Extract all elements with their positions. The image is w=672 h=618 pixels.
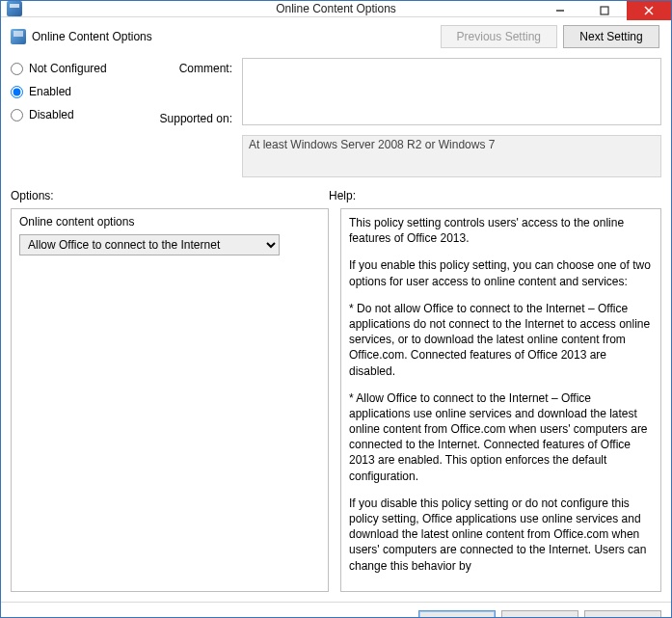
options-section-label: Options:	[11, 189, 329, 202]
online-content-options-select[interactable]: Do not allow Office to connect to the In…	[19, 234, 280, 255]
help-paragraph: If you disable this policy setting or do…	[349, 496, 653, 574]
page-title: Online Content Options	[32, 30, 152, 43]
next-setting-button[interactable]: Next Setting	[563, 25, 659, 48]
help-paragraph: * Do not allow Office to connect to the …	[349, 301, 653, 379]
radio-disabled-input[interactable]	[11, 109, 23, 121]
apply-button[interactable]: Apply	[584, 610, 661, 618]
help-paragraph: This policy setting controls users' acce…	[349, 215, 653, 246]
comment-label: Comment:	[146, 62, 232, 75]
radio-not-configured[interactable]: Not Configured	[11, 62, 136, 75]
supported-on-field: At least Windows Server 2008 R2 or Windo…	[242, 135, 661, 177]
radio-enabled[interactable]: Enabled	[11, 85, 136, 98]
state-radio-group: Not Configured Enabled Disabled	[11, 58, 136, 177]
options-panel: Online content options Do not allow Offi…	[11, 208, 329, 592]
radio-disabled[interactable]: Disabled	[11, 108, 136, 121]
dialog-footer: OK Cancel Apply	[1, 602, 671, 618]
window-controls	[538, 1, 671, 20]
supported-on-text: At least Windows Server 2008 R2 or Windo…	[249, 138, 495, 151]
help-paragraph: * Allow Office to connect to the Interne…	[349, 390, 653, 484]
previous-setting-button: Previous Setting	[441, 25, 557, 48]
radio-not-configured-label: Not Configured	[29, 62, 107, 75]
minimize-button[interactable]	[538, 1, 582, 20]
ok-button[interactable]: OK	[418, 610, 496, 618]
radio-disabled-label: Disabled	[29, 108, 74, 121]
supported-on-label: Supported on:	[146, 112, 232, 125]
comment-textarea[interactable]	[242, 58, 661, 125]
radio-enabled-label: Enabled	[29, 85, 71, 98]
help-paragraph: If you enable this policy setting, you c…	[349, 257, 653, 288]
policy-icon	[11, 29, 26, 44]
maximize-button[interactable]	[582, 1, 627, 20]
cancel-button[interactable]: Cancel	[501, 610, 578, 618]
svg-rect-1	[601, 7, 608, 14]
close-button[interactable]	[627, 1, 671, 20]
title-bar: Online Content Options	[1, 1, 671, 17]
radio-not-configured-input[interactable]	[11, 63, 23, 75]
options-title: Online content options	[19, 215, 320, 228]
help-section-label: Help:	[329, 189, 661, 202]
app-icon	[7, 1, 22, 16]
help-panel[interactable]: This policy setting controls users' acce…	[340, 208, 661, 592]
radio-enabled-input[interactable]	[11, 86, 23, 98]
